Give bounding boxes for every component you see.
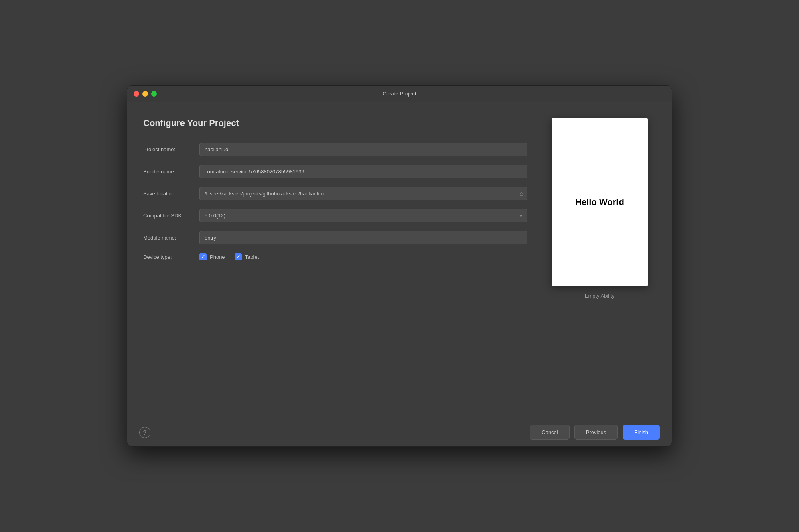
compatible-sdk-row: Compatible SDK: 5.0.0(12) ▼ (143, 209, 527, 222)
device-type-label: Device type: (143, 254, 199, 260)
close-button[interactable] (134, 91, 139, 97)
finish-button[interactable]: Finish (623, 425, 660, 440)
tablet-check-icon: ✓ (236, 254, 240, 259)
footer: ? Cancel Previous Finish (127, 418, 672, 446)
help-button[interactable]: ? (139, 427, 150, 438)
folder-icon[interactable]: ⌂ (519, 190, 523, 197)
create-project-window: Create Project Configure Your Project Pr… (127, 85, 672, 447)
left-panel: Configure Your Project Project name: Bun… (127, 102, 543, 418)
sdk-select[interactable]: 5.0.0(12) (199, 209, 527, 222)
titlebar: Create Project (127, 86, 672, 102)
tablet-label: Tablet (245, 254, 259, 260)
form-section: Project name: Bundle name: Save location… (143, 143, 527, 269)
main-content: Configure Your Project Project name: Bun… (127, 102, 672, 418)
device-type-row: Device type: ✓ Phone ✓ Tablet (143, 253, 527, 260)
save-location-input[interactable] (199, 187, 527, 200)
hello-world-text: Hello World (575, 197, 624, 207)
tablet-checkbox[interactable]: ✓ (235, 253, 242, 260)
save-location-wrapper: ⌂ (199, 187, 527, 200)
tablet-option[interactable]: ✓ Tablet (235, 253, 259, 260)
compatible-sdk-label: Compatible SDK: (143, 213, 199, 219)
preview-phone: Hello World (552, 118, 648, 286)
project-name-label: Project name: (143, 146, 199, 152)
template-label: Empty Ability (585, 293, 614, 299)
module-name-row: Module name: (143, 231, 527, 244)
phone-label: Phone (210, 254, 225, 260)
cancel-button[interactable]: Cancel (530, 425, 569, 440)
page-title: Configure Your Project (143, 118, 527, 128)
device-options: ✓ Phone ✓ Tablet (199, 253, 259, 260)
maximize-button[interactable] (151, 91, 157, 97)
project-name-input[interactable] (199, 143, 527, 156)
sdk-select-wrapper: 5.0.0(12) ▼ (199, 209, 527, 222)
window-title: Create Project (383, 91, 416, 97)
right-panel: Hello World Empty Ability (543, 102, 672, 418)
project-name-row: Project name: (143, 143, 527, 156)
save-location-label: Save location: (143, 191, 199, 197)
footer-right: Cancel Previous Finish (530, 425, 660, 440)
save-location-row: Save location: ⌂ (143, 187, 527, 200)
phone-check-icon: ✓ (201, 254, 205, 259)
bundle-name-row: Bundle name: (143, 165, 527, 178)
module-name-input[interactable] (199, 231, 527, 244)
phone-option[interactable]: ✓ Phone (199, 253, 225, 260)
phone-checkbox[interactable]: ✓ (199, 253, 207, 260)
module-name-label: Module name: (143, 235, 199, 241)
traffic-lights (134, 91, 157, 97)
footer-left: ? (139, 427, 150, 438)
bundle-name-input[interactable] (199, 165, 527, 178)
bundle-name-label: Bundle name: (143, 169, 199, 175)
previous-button[interactable]: Previous (574, 425, 618, 440)
minimize-button[interactable] (142, 91, 148, 97)
